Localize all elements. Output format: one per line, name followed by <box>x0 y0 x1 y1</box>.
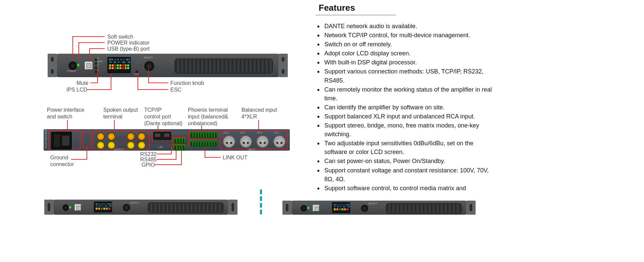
rack-ear-icon <box>48 54 57 77</box>
page-root: Features DANTE network audio is availabl… <box>0 0 644 262</box>
function-knob <box>123 204 130 211</box>
callout-tcpip-port: TCP/IP control port (Dante optional) <box>144 107 182 127</box>
callout-line <box>258 120 259 129</box>
channel-column: A Mute B C D <box>97 57 103 71</box>
features-section: Features DANTE network audio is availabl… <box>309 0 496 193</box>
feature-item: With built-in DSP digital processor. <box>317 58 496 67</box>
lcd-bars <box>334 208 348 210</box>
lcd-bars <box>109 67 129 69</box>
callout-line <box>72 36 73 57</box>
bottom-right-chassis: NPA 4.0 5.1 DEFA TP 30 C* VOL 100 SELECT <box>292 201 466 215</box>
phoenix-connector <box>190 132 217 138</box>
lcd-line: TP 30 C* VOL 100 <box>109 61 129 64</box>
callout-ground: Ground connector <box>50 154 74 168</box>
feature-item: Support constant voltage and constant re… <box>317 166 496 184</box>
vertical-divider-icon <box>260 190 262 216</box>
spoken-output-block <box>93 130 150 149</box>
feature-item: Can identify the amplifier by software o… <box>317 103 496 112</box>
features-divider <box>315 14 396 16</box>
callout-mute: Mute <box>76 80 89 87</box>
phoenix-connector <box>174 138 186 144</box>
xlr-input <box>256 135 269 148</box>
ips-lcd-screen: NPA 4.0 5.1 DEFA TP 30 C* VOL 100 <box>94 202 112 212</box>
callout-line <box>148 68 149 83</box>
callout-line <box>114 120 115 129</box>
feature-item: Two adjustable input sensitivities 0dBu/… <box>317 139 496 156</box>
callout-ips-lcd: IPS LCD <box>66 87 87 93</box>
select-label: SELECT <box>144 56 153 59</box>
rca-output <box>97 133 105 141</box>
phoenix-connector <box>174 145 186 151</box>
power-soft-switch <box>62 204 69 211</box>
select-label: SELECT <box>368 202 377 205</box>
callout-line <box>87 89 111 90</box>
callout-line <box>111 74 111 90</box>
callout-line <box>78 42 105 43</box>
power-label: POWER <box>67 70 76 72</box>
mute-button-a <box>95 58 97 61</box>
esc-label: ESC <box>134 73 139 75</box>
usb-type-b-port <box>74 204 81 211</box>
channel-label: A <box>97 57 103 59</box>
callout-line <box>97 70 98 83</box>
rj45-port <box>153 132 162 140</box>
callout-line <box>205 147 205 158</box>
power-led-icon <box>307 207 309 209</box>
xlr-input <box>223 135 235 148</box>
lcd-line: TP 30 C* VOL 100 <box>96 205 110 207</box>
callout-line <box>157 154 172 154</box>
feature-item: Support software control, to control med… <box>317 184 496 193</box>
callout-phoenix-input: Phoenix terminal input (balanced& unbala… <box>188 107 228 127</box>
phoenix-connector <box>190 141 217 147</box>
feature-item: Network TCP/IP control, for multi-device… <box>317 31 496 40</box>
rack-ear-icon <box>282 201 292 215</box>
vent-grille-icon <box>386 203 462 214</box>
tcpip-block <box>152 130 171 140</box>
channel-label: C <box>97 66 103 68</box>
rca-output <box>107 133 115 141</box>
callout-gpio: GPIO <box>142 162 155 168</box>
function-knob <box>361 205 368 212</box>
vent-grille-icon <box>174 58 273 74</box>
rs232-block <box>172 137 186 143</box>
function-knob <box>144 61 154 71</box>
usb-type-b-port <box>313 205 319 211</box>
xlr-ch-label: CH.2 <box>257 132 262 134</box>
rca-output <box>138 141 146 149</box>
callout-line <box>181 150 182 165</box>
channel-label: B <box>97 63 103 65</box>
callout-line <box>89 48 105 49</box>
feature-item: Can remotely monitor the working status … <box>317 85 496 103</box>
callout-power-interface: Power interface and switch <box>47 107 84 120</box>
xlr-input-block: CH.4 CH.3 CH.2 CH.1 <box>220 130 288 149</box>
callout-line <box>138 89 168 90</box>
select-label: SELECT <box>130 202 139 204</box>
callout-soft-switch: Soft switch <box>107 34 133 40</box>
xlr-ch-label: CH.1 <box>274 132 279 134</box>
callout-line <box>176 150 176 160</box>
front-panel-chassis: POWER A Mute B C D NPA 4.0 5.1 DEFA TP 3… <box>57 54 278 77</box>
feature-item: Can set power-on status, Power On/Standb… <box>317 157 496 165</box>
lcd-bars <box>109 64 129 66</box>
xlr-input <box>273 135 286 148</box>
output-section-label: OUTPUT <box>114 148 124 151</box>
vent-grille-icon <box>148 202 224 213</box>
callout-esc: ESC <box>170 87 181 93</box>
callout-line <box>157 159 176 160</box>
mute-button-c <box>95 66 97 69</box>
rack-ear-icon <box>278 54 288 77</box>
xlr-input <box>239 135 252 148</box>
rj45-port <box>162 132 171 140</box>
lcd-bars <box>96 208 110 210</box>
rack-ear-icon <box>228 200 237 215</box>
feature-item: Support balanced XLR input and unbalance… <box>317 112 496 121</box>
callout-power-indicator: POWER indicator <box>107 40 149 46</box>
feature-item: DANTE network audio is available. <box>317 22 496 31</box>
feature-item: Switch on or off remotely. <box>317 40 496 49</box>
lan-label: LAN <box>158 146 163 148</box>
callout-line <box>87 146 87 160</box>
mute-button-b <box>95 62 97 65</box>
ips-lcd-screen: NPA 4.0 5.1 DEFA TP 30 C* VOL 100 <box>107 57 131 73</box>
phoenix-input-block <box>189 130 217 138</box>
ips-lcd-screen: NPA 4.0 5.1 DEFA TP 30 C* VOL 100 <box>332 202 350 213</box>
